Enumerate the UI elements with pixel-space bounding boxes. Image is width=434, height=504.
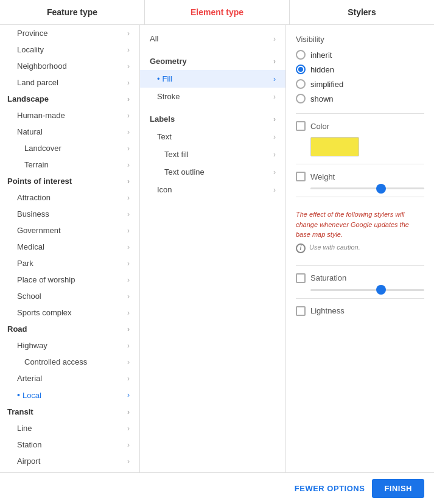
feature-item-school[interactable]: School › (0, 288, 139, 304)
lightness-row: Lightness (296, 306, 424, 316)
element-item-text[interactable]: Text › (140, 128, 285, 145)
radio-simplified (296, 79, 306, 89)
radio-inherit (296, 50, 306, 60)
chevron-right-icon: › (127, 111, 130, 120)
color-swatch[interactable] (310, 137, 359, 156)
chevron-right-icon: › (127, 325, 130, 334)
caution-info-text: Use with caution. (309, 243, 360, 251)
chevron-right-icon: › (127, 226, 130, 235)
chevron-right-icon: › (127, 292, 130, 301)
element-item-labels[interactable]: Labels › (140, 110, 285, 128)
radio-shown (296, 94, 306, 103)
chevron-right-icon: › (127, 424, 130, 433)
visibility-shown[interactable]: shown (296, 94, 424, 103)
chevron-right-icon: › (127, 210, 130, 219)
chevron-right-icon: › (127, 259, 130, 268)
chevron-right-icon: › (127, 309, 130, 317)
stylers-header: Stylers (290, 0, 434, 24)
saturation-slider-track (310, 289, 424, 291)
feature-item-airport[interactable]: Airport › (0, 453, 139, 469)
feature-item-neighborhood[interactable]: Neighborhood › (0, 58, 139, 74)
feature-item-landcover[interactable]: Landcover › (0, 140, 139, 156)
finish-button[interactable]: FINISH (372, 479, 424, 498)
feature-item-province[interactable]: Province › (0, 25, 139, 41)
lightness-checkbox[interactable] (296, 306, 306, 316)
feature-item-local[interactable]: • Local › (0, 387, 139, 404)
feature-item-natural[interactable]: Natural › (0, 124, 139, 140)
element-item-text-outline[interactable]: Text outline › (140, 163, 285, 181)
feature-item-station[interactable]: Station › (0, 436, 139, 453)
caution-info: i Use with caution. (296, 243, 424, 253)
feature-item-locality[interactable]: Locality › (0, 41, 139, 58)
caution-box: The effect of the following stylers will… (296, 205, 424, 258)
chevron-right-icon: › (273, 57, 276, 66)
weight-label: Weight (310, 172, 335, 181)
chevron-right-icon: › (127, 79, 130, 87)
visibility-simplified[interactable]: simplified (296, 79, 424, 89)
active-bullet: • (17, 390, 20, 400)
radio-hidden-label: hidden (310, 65, 334, 74)
chevron-right-icon: › (273, 115, 276, 124)
feature-item-land-parcel[interactable]: Land parcel › (0, 74, 139, 91)
weight-slider-thumb[interactable] (376, 184, 386, 194)
feature-item-place-of-worship[interactable]: Place of worship › (0, 271, 139, 288)
color-row: Color (296, 121, 424, 131)
color-checkbox[interactable] (296, 121, 306, 131)
element-item-all[interactable]: All › (140, 30, 285, 47)
saturation-slider-thumb[interactable] (376, 285, 386, 295)
feature-item-attraction[interactable]: Attraction › (0, 189, 139, 206)
weight-slider-container (310, 187, 424, 189)
lightness-label: Lightness (310, 306, 345, 315)
element-item-geometry[interactable]: Geometry › (140, 52, 285, 70)
divider (296, 164, 424, 164)
radio-shown-label: shown (310, 94, 334, 103)
visibility-inherit[interactable]: inherit (296, 50, 424, 60)
element-item-icon[interactable]: Icon › (140, 181, 285, 198)
feature-item-arterial[interactable]: Arterial › (0, 370, 139, 387)
chevron-right-icon: › (127, 243, 130, 251)
feature-item-transit[interactable]: Transit › (0, 404, 139, 420)
feature-item-line[interactable]: Line › (0, 420, 139, 436)
chevron-right-icon: › (127, 46, 130, 54)
chevron-right-icon: › (273, 168, 276, 177)
feature-item-terrain[interactable]: Terrain › (0, 156, 139, 173)
weight-checkbox[interactable] (296, 172, 306, 181)
divider (296, 113, 424, 114)
chevron-right-icon: › (127, 391, 130, 399)
element-item-stroke[interactable]: Stroke › (140, 88, 285, 105)
feature-item-sports-complex[interactable]: Sports complex › (0, 304, 139, 321)
feature-item-park[interactable]: Park › (0, 255, 139, 271)
feature-item-road[interactable]: Road › (0, 321, 139, 337)
chevron-right-icon: › (127, 374, 130, 383)
caution-text: The effect of the following stylers will… (296, 209, 424, 240)
chevron-right-icon: › (127, 128, 130, 136)
chevron-right-icon: › (127, 408, 130, 416)
feature-item-government[interactable]: Government › (0, 222, 139, 239)
feature-item-medical[interactable]: Medical › (0, 239, 139, 255)
element-item-fill[interactable]: • Fill › (140, 70, 285, 88)
element-type-header: Element type (145, 0, 290, 24)
visibility-hidden[interactable]: hidden (296, 65, 424, 74)
saturation-checkbox[interactable] (296, 273, 306, 283)
saturation-row: Saturation (296, 273, 424, 283)
fewer-options-button[interactable]: FEWER OPTIONS (295, 484, 365, 493)
chevron-right-icon: › (127, 441, 130, 449)
feature-item-poi[interactable]: Points of interest › (0, 173, 139, 189)
stylers-column: Visibility inherit hidden simplified (286, 25, 434, 472)
feature-item-controlled-access[interactable]: Controlled access › (0, 354, 139, 370)
feature-item-business[interactable]: Business › (0, 206, 139, 222)
feature-item-human-made[interactable]: Human-made › (0, 107, 139, 124)
radio-inherit-label: inherit (310, 51, 332, 60)
feature-item-highway[interactable]: Highway › (0, 337, 139, 354)
color-label: Color (310, 122, 329, 131)
chevron-right-icon: › (127, 144, 130, 153)
chevron-right-icon: › (273, 133, 276, 141)
footer: FEWER OPTIONS FINISH (0, 472, 434, 504)
element-item-text-fill[interactable]: Text fill › (140, 145, 285, 163)
feature-item-landscape[interactable]: Landscape › (0, 91, 139, 107)
chevron-right-icon: › (127, 276, 130, 284)
info-icon: i (296, 243, 306, 253)
divider (296, 265, 424, 266)
active-bullet: • (157, 74, 160, 83)
feature-type-column: Province › Locality › Neighborhood › Lan… (0, 25, 140, 472)
